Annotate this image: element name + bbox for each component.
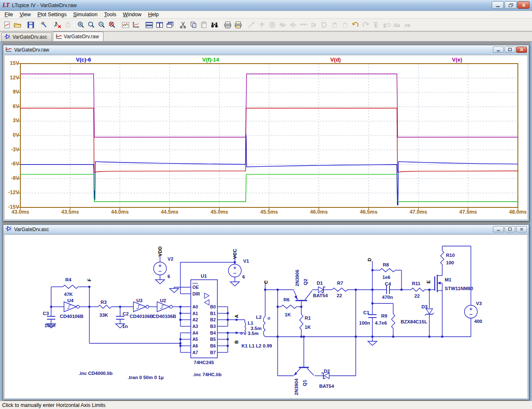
part-R11[interactable] — [411, 288, 425, 291]
toolbar-button-plot-settings-icon[interactable] — [120, 20, 131, 30]
schematic-window[interactable]: VarGateDrv.asc OEDIRA0B0A1B1A2B2A3B3A4B4… — [3, 224, 529, 400]
close-button[interactable] — [516, 226, 527, 232]
menu-item-file[interactable]: File — [1, 11, 16, 18]
x-tick-label: 43.0ms — [8, 209, 33, 215]
toolbar-button-find-icon[interactable] — [209, 20, 219, 30]
part-gnd-rail[interactable] — [368, 341, 377, 345]
toolbar-button-run-icon[interactable] — [52, 20, 62, 30]
minimize-button[interactable] — [493, 226, 504, 232]
toolbar-button-zoom-out-icon[interactable] — [96, 20, 107, 30]
toolbar-separator — [50, 20, 51, 29]
menu-item-window[interactable]: Window — [120, 11, 145, 18]
wires — [51, 246, 471, 376]
toolbar-button-print-preview-icon[interactable] — [233, 20, 243, 30]
menu-item-help[interactable]: Help — [145, 11, 162, 18]
part-V2[interactable] — [154, 262, 167, 275]
waveform-window-titlebar[interactable]: VarGateDrv.raw — [3, 45, 529, 54]
part-U2[interactable] — [157, 302, 172, 312]
sch-text: D1 — [317, 281, 323, 286]
part-Q2[interactable] — [294, 291, 312, 301]
menu-item-view[interactable]: View — [16, 11, 34, 18]
menu-item-tools[interactable]: Tools — [101, 11, 120, 18]
part-R7[interactable] — [332, 288, 347, 291]
sch-text: 22 — [337, 293, 342, 298]
part-V1[interactable] — [229, 264, 241, 277]
part-V3[interactable] — [465, 306, 478, 318]
menu-item-simulation[interactable]: Simulation — [70, 11, 101, 18]
minimize-button[interactable] — [493, 47, 504, 53]
toolbar-button-save-icon[interactable] — [25, 20, 36, 30]
legend-trace-V(d)[interactable]: V(d) — [330, 57, 341, 63]
svg-text:B4: B4 — [210, 330, 216, 335]
minimize-button[interactable] — [492, 1, 504, 9]
waveform-window[interactable]: VarGateDrv.raw V(c)-6V(f)-14V(d)V(e) 43.… — [3, 45, 529, 221]
titlebar[interactable]: LT LTspice IV - VarGateDrv.raw — [0, 0, 532, 11]
svg-text:Aa: Aa — [393, 22, 400, 28]
y-tick-label: 15V — [5, 60, 19, 66]
plot-canvas[interactable] — [18, 63, 520, 212]
menu-item-plot-settings[interactable]: Plot Settings — [34, 11, 70, 18]
toolbar-button-undo-icon[interactable] — [350, 20, 360, 30]
restore-button[interactable] — [505, 1, 517, 9]
toolbar-button-cut-icon[interactable] — [178, 20, 188, 30]
part-R9[interactable] — [392, 314, 395, 328]
sch-text: 74HC245 — [194, 360, 214, 365]
part-gnd-oe[interactable] — [170, 288, 179, 293]
part-L2[interactable] — [264, 316, 270, 337]
toolbar-button-copy-icon[interactable] — [188, 20, 199, 30]
waveform-plot[interactable] — [18, 63, 520, 211]
legend-trace-V(f)-14[interactable]: V(f)-14 — [202, 57, 219, 63]
part-gnd-v1[interactable] — [230, 282, 239, 286]
toolbar-button-new-plot-icon[interactable] — [2, 20, 12, 30]
toolbar-button-zoom-undo-icon[interactable] — [107, 20, 117, 30]
part-M1[interactable] — [435, 275, 442, 292]
part-Q1[interactable] — [294, 367, 314, 375]
toolbar-button-print-icon[interactable] — [222, 20, 233, 30]
part-C2[interactable] — [116, 316, 124, 319]
sch-text: R10 — [446, 253, 455, 258]
toolbar-button-zoom-full-icon[interactable] — [86, 20, 96, 30]
part-D2[interactable] — [322, 373, 330, 379]
schematic-canvas[interactable]: OEDIRA0B0A1B1A2B2A3B3A4B4A5B5A6B6A7B7R44… — [4, 234, 528, 399]
tab-vargatedrv.asc[interactable]: VarGateDrv.asc — [1, 32, 52, 41]
sch-text: 100n — [359, 320, 370, 325]
part-R3[interactable] — [98, 305, 111, 308]
legend-trace-V(e)[interactable]: V(e) — [452, 57, 463, 63]
part-R4[interactable] — [63, 285, 78, 288]
close-button[interactable] — [516, 47, 527, 53]
part-U4[interactable] — [64, 302, 79, 312]
part-U3[interactable] — [133, 302, 149, 312]
toolbar-button-cascade-icon[interactable] — [165, 20, 175, 30]
maximize-button[interactable] — [505, 226, 515, 232]
svg-text:E: E — [383, 22, 387, 28]
part-C1[interactable] — [368, 315, 377, 318]
part-D3[interactable] — [425, 309, 434, 315]
toolbar-button-open-folder-icon[interactable] — [12, 20, 22, 30]
legend-trace-V(c)-6[interactable]: V(c)-6 — [76, 57, 91, 63]
part-R1[interactable] — [300, 314, 303, 330]
schematic-icon — [4, 33, 11, 41]
schematic-window-titlebar[interactable]: VarGateDrv.asc — [3, 225, 529, 234]
toolbar-button-autorange-icon[interactable] — [131, 20, 141, 30]
part-C3[interactable] — [47, 316, 55, 319]
part-D1[interactable] — [318, 287, 325, 293]
part-U1[interactable]: OEDIRA0B0A1B1A2B2A3B3A4B4A5B5A6B6A7B7 — [191, 280, 217, 358]
maximize-button[interactable] — [505, 47, 515, 53]
part-gnd-v2[interactable] — [155, 280, 165, 284]
waveform-plot-area[interactable]: V(c)-6V(f)-14V(d)V(e) 43.0ms43.5ms44.0ms… — [4, 55, 528, 220]
junction-dots — [50, 261, 443, 347]
toolbar-button-tile-vertical-icon[interactable] — [154, 20, 165, 30]
close-button[interactable] — [517, 1, 530, 9]
status-text: Click to manually enter Horizontal Axis … — [2, 402, 106, 408]
part-R10[interactable] — [441, 251, 444, 264]
svg-text:A0: A0 — [192, 304, 198, 309]
toolbar-button-zoom-in-icon[interactable] — [76, 20, 86, 30]
part-C4[interactable] — [387, 286, 389, 294]
sch-text: 2N3904 — [294, 378, 299, 395]
sch-text: C3 — [43, 311, 49, 316]
toolbar-button-control-panel-icon[interactable] — [39, 20, 49, 30]
tab-vargatedrv.raw[interactable]: VarGateDrv.raw — [53, 32, 103, 41]
part-R8[interactable] — [380, 269, 395, 272]
toolbar-button-tile-horizontal-icon[interactable] — [144, 20, 154, 30]
part-R6[interactable] — [281, 305, 296, 308]
